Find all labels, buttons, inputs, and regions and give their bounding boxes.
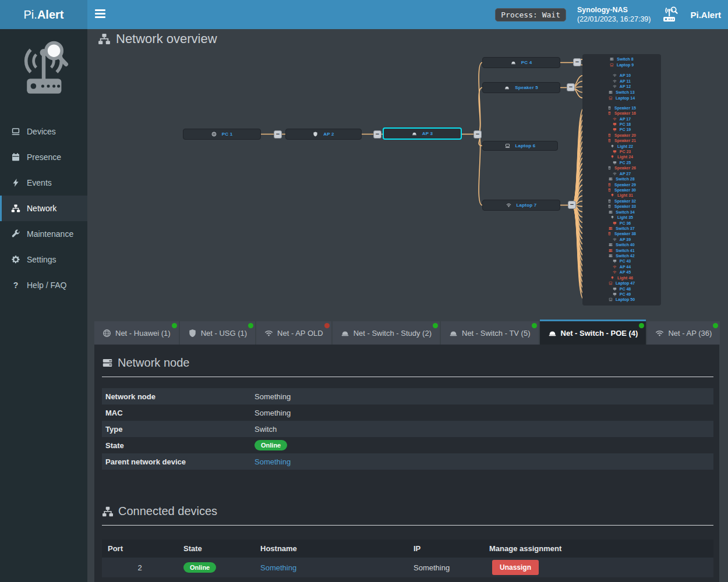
topology-node-pc-1[interactable]: PC 1 [183,129,261,140]
leaf-device-light-24[interactable]: Light 24 [584,154,660,159]
leaf-device-light-46[interactable]: Light 46 [584,275,660,281]
leaf-device-switch-41[interactable]: Switch 41 [584,247,660,253]
hub-icon [412,131,417,136]
leaf-device-speaker-30[interactable]: Speaker 30 [584,187,660,193]
topology-node-ap-3[interactable]: AP 3 [383,127,462,140]
leaf-device-label: Switch 28 [616,177,634,181]
laptop-icon [505,143,510,148]
leaf-device-switch-34[interactable]: Switch 34 [584,209,660,214]
leaf-device-ap-44[interactable]: AP 44 [584,264,660,269]
leaf-device-switch-13[interactable]: Switch 13 [584,90,660,95]
leaf-device-label: Laptop 47 [616,281,635,285]
speaker-icon [607,111,612,115]
topology-node-speaker-5[interactable]: Speaker 5 [482,82,560,93]
speaker-icon [607,133,612,137]
collapse-branch-handle[interactable]: − [274,130,282,139]
leaf-device-pc-43[interactable]: PC 43 [584,258,660,264]
leaf-device-pc-18[interactable]: PC 18 [584,122,660,127]
tab-net-huawei-1[interactable]: Net - Huawei (1) [94,321,179,345]
collapse-branch-handle[interactable]: − [573,58,581,66]
tab-net-usg-1[interactable]: Net - USG (1) [180,321,255,345]
sidebar-item-presence[interactable]: Presence [0,144,87,170]
leaf-device-light-22[interactable]: Light 22 [584,143,660,148]
leaf-device-pc-48[interactable]: PC 48 [584,286,660,291]
column-header-manage-assignment: Manage assignment [483,544,713,553]
leaf-device-speaker-21[interactable]: Speaker 21 [584,138,660,143]
collapse-branch-handle[interactable]: − [373,130,381,139]
topology-node-pc-4[interactable]: PC 4 [482,57,560,68]
leaf-device-light-31[interactable]: Light 31 [584,193,660,198]
collapse-branch-handle[interactable]: − [567,83,575,91]
sidebar-item-devices[interactable]: Devices [0,119,87,144]
leaf-device-label: Speaker 26 [614,166,636,170]
node-label: AP 2 [323,132,334,137]
tab-label: Net - Switch - Study (2) [354,329,432,338]
collapse-branch-handle[interactable]: − [473,130,482,139]
leaf-device-label: AP 45 [620,270,631,274]
row-value: Something [255,392,713,401]
leaf-device-pc-23[interactable]: PC 23 [584,149,660,154]
leaf-device-switch-28[interactable]: Switch 28 [584,176,660,182]
parent-device-link[interactable]: Something [255,457,291,466]
leaf-device-ap-39[interactable]: AP 39 [584,237,660,242]
collapse-branch-handle[interactable]: − [568,201,576,209]
leaf-device-speaker-33[interactable]: Speaker 33 [584,204,660,209]
sidebar-item-help-faq[interactable]: ?Help / FAQ [0,272,87,298]
leaf-device-light-35[interactable]: Light 35 [584,215,660,220]
leaf-device-ap-17[interactable]: AP 17 [584,116,660,121]
display-icon [613,150,617,154]
leaf-device-speaker-29[interactable]: Speaker 29 [584,182,660,187]
leaf-device-speaker-32[interactable]: Speaker 32 [584,198,660,204]
tab-net-switch-tv-5[interactable]: Net - Switch - TV (5) [441,321,539,345]
leaf-device-pc-49[interactable]: PC 49 [584,292,660,297]
network-node-row-mac: MACSomething [102,404,713,421]
leaf-device-pc-25[interactable]: PC 25 [584,160,660,165]
leaf-device-speaker-15[interactable]: Speaker 15 [584,105,660,111]
tab-net-switch-poe-4[interactable]: Net - Switch - POE (4) [540,320,646,345]
wifi-icon [506,203,511,208]
sidebar-toggle-button[interactable] [95,9,107,20]
leaf-device-ap-10[interactable]: AP 10 [584,73,660,79]
globe-icon [211,132,217,137]
leaf-device-switch-42[interactable]: Switch 42 [584,253,660,258]
green-status-dot [248,323,253,328]
sidebar-item-maintenance[interactable]: Maintenance [0,221,87,247]
leaf-device-ap-27[interactable]: AP 27 [584,171,660,176]
tab-net-ap-36[interactable]: Net - AP (36) [647,321,720,345]
leaf-device-speaker-20[interactable]: Speaker 20 [584,133,660,138]
leaf-device-ap-11[interactable]: AP 11 [584,78,660,84]
leaf-device-speaker-38[interactable]: Speaker 38 [584,231,660,236]
row-label: Parent network device [102,457,255,466]
leaf-device-speaker-26[interactable]: Speaker 26 [584,165,660,171]
leaf-device-laptop-50[interactable]: Laptop 50 [584,297,660,302]
leaf-device-switch-40[interactable]: Switch 40 [584,242,660,247]
leaf-device-switch-8[interactable]: Switch 8 [584,56,660,62]
speaker-icon [607,166,612,170]
network-node-table: Network nodeSomethingMACSomethingTypeSwi… [102,388,713,470]
leaf-device-laptop-9[interactable]: Laptop 9 [584,62,660,68]
hostname-link[interactable]: Something [260,563,296,572]
leaf-device-pc-19[interactable]: PC 19 [584,127,660,132]
topology-node-laptop-6[interactable]: Laptop 6 [482,141,558,151]
leaf-device-switch-37[interactable]: Switch 37 [584,226,660,231]
topology-node-laptop-7[interactable]: Laptop 7 [482,200,560,211]
leaf-device-ap-12[interactable]: AP 12 [584,84,660,90]
sidebar-item-settings[interactable]: Settings [0,247,87,272]
sidebar-item-events[interactable]: Events [0,170,87,196]
wifi-icon [613,79,617,83]
topology-node-ap-2[interactable]: AP 2 [285,129,362,140]
laptop-icon [609,96,613,100]
unassign-button[interactable]: Unassign [492,560,539,575]
app-logo[interactable]: Pi.Alert [0,0,87,29]
leaf-device-pc-36[interactable]: PC 36 [584,220,660,225]
leaf-device-ap-45[interactable]: AP 45 [584,269,660,275]
tab-net-switch-study-2[interactable]: Net - Switch - Study (2) [333,321,440,345]
hub-icon [548,329,557,338]
tab-net-ap-old[interactable]: Net - AP OLD [256,321,331,345]
leaf-device-laptop-14[interactable]: Laptop 14 [584,95,660,101]
leaf-device-label: Switch 34 [616,210,634,214]
node-label: AP 3 [422,131,433,136]
leaf-device-speaker-16[interactable]: Speaker 16 [584,111,660,116]
sidebar-item-network[interactable]: Network [0,196,87,221]
leaf-device-laptop-47[interactable]: Laptop 47 [584,281,660,286]
